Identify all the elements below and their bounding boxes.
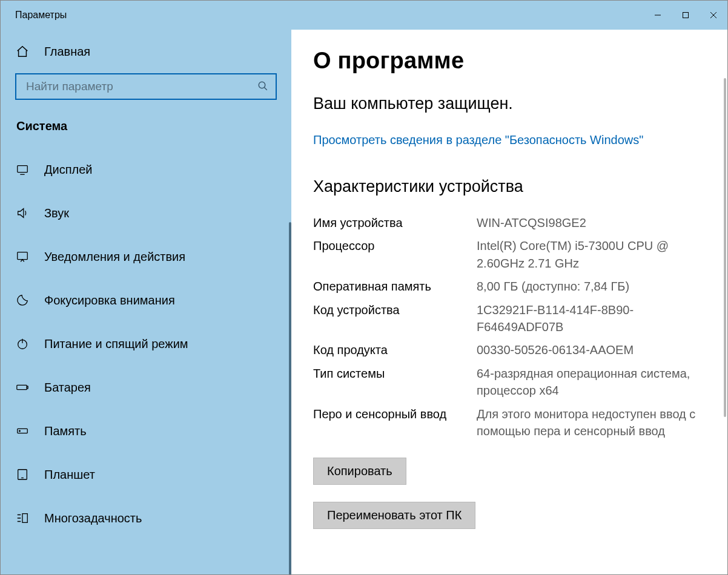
home-icon — [15, 45, 30, 58]
sidebar-home-label: Главная — [44, 45, 90, 59]
security-link[interactable]: Просмотреть сведения в разделе "Безопасн… — [313, 131, 643, 148]
svg-rect-2 — [18, 166, 28, 172]
spec-key-ram: Оперативная память — [313, 278, 477, 295]
sidebar-item-storage[interactable]: Память — [1, 409, 291, 453]
titlebar: Параметры — [1, 1, 727, 30]
search-icon — [257, 80, 270, 93]
battery-icon — [15, 380, 30, 395]
sidebar-nav: Дисплей Звук Уведомления и действия Фоку… — [1, 148, 291, 540]
close-button[interactable] — [700, 1, 727, 30]
spec-val-product-id: 00330-50526-06134-AAOEM — [477, 341, 703, 358]
sidebar-item-notifications[interactable]: Уведомления и действия — [1, 235, 291, 278]
spec-val-ram: 8,00 ГБ (доступно: 7,84 ГБ) — [477, 278, 703, 295]
sidebar: Главная Система Дисплей Звук Уведом — [1, 30, 291, 574]
device-spec-heading: Характеристики устройства — [313, 177, 703, 196]
svg-rect-5 — [17, 385, 27, 389]
focus-icon — [15, 293, 30, 307]
spec-val-device-id: 1C32921F-B114-414F-8B90-F64649ADF07B — [477, 301, 703, 336]
svg-rect-3 — [18, 252, 28, 260]
spec-table: Имя устройства WIN-ATCQSI98GE2 Процессор… — [313, 214, 703, 439]
display-icon — [15, 162, 30, 177]
sidebar-section-title: Система — [1, 114, 291, 148]
svg-rect-10 — [22, 514, 27, 523]
notifications-icon — [15, 249, 30, 264]
sidebar-item-power[interactable]: Питание и спящий режим — [1, 322, 291, 366]
sidebar-item-label: Батарея — [44, 381, 91, 395]
svg-point-8 — [19, 430, 21, 432]
power-icon — [15, 337, 30, 351]
sidebar-item-sound[interactable]: Звук — [1, 191, 291, 235]
spec-val-processor: Intel(R) Core(TM) i5-7300U CPU @ 2.60GHz… — [477, 237, 703, 272]
protection-heading: Ваш компьютер защищен. — [313, 94, 703, 113]
window-controls — [644, 1, 727, 30]
spec-val-device-name: WIN-ATCQSI98GE2 — [477, 214, 703, 231]
sidebar-home[interactable]: Главная — [1, 30, 291, 73]
storage-icon — [15, 424, 30, 438]
sidebar-item-label: Многозадачность — [44, 511, 142, 525]
page-title: О программе — [313, 48, 703, 74]
sound-icon — [15, 206, 30, 220]
minimize-button[interactable] — [644, 1, 672, 30]
spec-val-pen-touch: Для этого монитора недоступен ввод с пом… — [477, 406, 703, 440]
spec-key-system-type: Тип системы — [313, 365, 477, 399]
maximize-button[interactable] — [672, 1, 700, 30]
search-input[interactable] — [26, 80, 257, 93]
sidebar-item-label: Планшет — [44, 468, 95, 482]
sidebar-item-label: Фокусировка внимания — [44, 294, 175, 307]
sidebar-item-label: Дисплей — [44, 163, 93, 177]
spec-key-device-id: Код устройства — [313, 301, 477, 336]
sidebar-item-label: Питание и спящий режим — [44, 337, 188, 351]
spec-key-processor: Процессор — [313, 237, 477, 272]
spec-val-system-type: 64-разрядная операционная система, проце… — [477, 365, 703, 399]
content-scrollbar[interactable] — [724, 78, 726, 417]
spec-key-pen-touch: Перо и сенсорный ввод — [313, 406, 477, 440]
sidebar-item-focus[interactable]: Фокусировка внимания — [1, 278, 291, 322]
sidebar-item-label: Уведомления и действия — [44, 250, 185, 264]
tablet-icon — [15, 467, 30, 482]
content: О программе Ваш компьютер защищен. Просм… — [291, 30, 727, 574]
sidebar-item-multitask[interactable]: Многозадачность — [1, 496, 291, 540]
sidebar-item-battery[interactable]: Батарея — [1, 366, 291, 409]
svg-point-1 — [259, 82, 265, 88]
spec-key-product-id: Код продукта — [313, 341, 477, 358]
window-title: Параметры — [1, 10, 644, 21]
spec-key-device-name: Имя устройства — [313, 214, 477, 231]
svg-rect-6 — [27, 386, 28, 389]
svg-rect-0 — [683, 13, 689, 18]
search-box[interactable] — [15, 73, 277, 100]
rename-pc-button[interactable]: Переименовать этот ПК — [313, 502, 475, 529]
sidebar-item-tablet[interactable]: Планшет — [1, 453, 291, 496]
sidebar-item-display[interactable]: Дисплей — [1, 148, 291, 191]
sidebar-item-label: Звук — [44, 206, 69, 220]
multitask-icon — [15, 511, 30, 525]
copy-button[interactable]: Копировать — [313, 458, 406, 485]
sidebar-item-label: Память — [44, 424, 87, 438]
